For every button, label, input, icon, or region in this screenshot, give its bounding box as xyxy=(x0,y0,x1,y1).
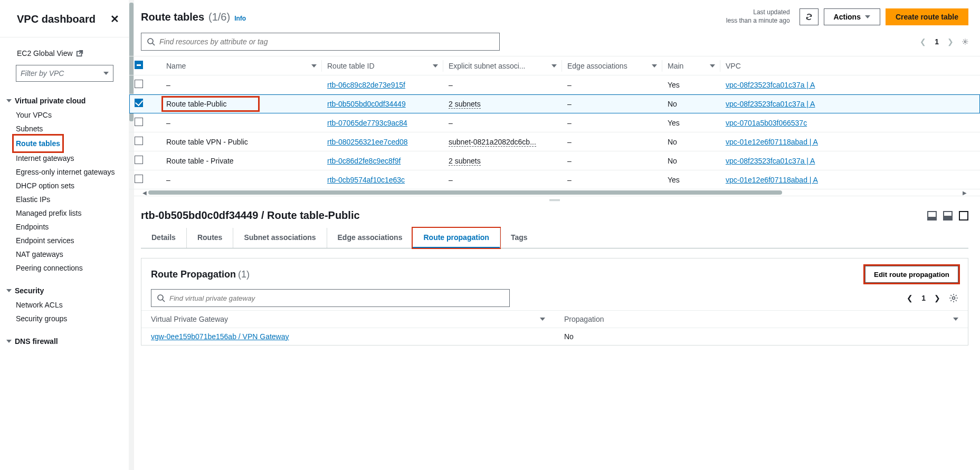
search-icon xyxy=(157,294,165,302)
subnet-assoc-cell[interactable]: subnet-0821a2082dc6cb... xyxy=(449,138,536,147)
sort-icon[interactable] xyxy=(551,64,557,68)
table-row[interactable]: –rtb-06c89c82de73e915f––Yesvpc-08f23523f… xyxy=(129,75,980,94)
tab-tags[interactable]: Tags xyxy=(500,228,538,248)
col-propagation[interactable]: Propagation xyxy=(564,315,604,323)
tab-route-propagation[interactable]: Route propagation xyxy=(413,228,499,248)
svg-point-4 xyxy=(953,297,955,300)
table-horizontal-scrollbar[interactable]: ◀ ▶ xyxy=(141,189,968,196)
sort-icon[interactable] xyxy=(311,64,317,68)
tab-edge-associations[interactable]: Edge associations xyxy=(327,228,413,248)
gear-icon[interactable] xyxy=(949,293,958,303)
col-edge-assoc[interactable]: Edge associations xyxy=(567,62,627,70)
row-checkbox[interactable] xyxy=(135,175,143,183)
sidebar-section-header[interactable]: Virtual private cloud xyxy=(6,93,122,108)
filter-by-vpc-select[interactable]: Filter by VPC xyxy=(16,65,113,82)
col-vpc[interactable]: VPC xyxy=(726,62,741,70)
create-route-table-button[interactable]: Create route table xyxy=(886,8,968,25)
sidebar-item-subnets[interactable]: Subnets xyxy=(16,122,122,136)
subnet-assoc-cell[interactable]: 2 subnets xyxy=(449,157,481,166)
select-all-checkbox[interactable] xyxy=(135,61,143,69)
pager-prev[interactable]: ❮ xyxy=(920,37,926,46)
sidebar-item-internet-gateways[interactable]: Internet gateways xyxy=(16,151,122,165)
pager-next[interactable]: ❯ xyxy=(947,37,954,46)
route-table-id-link[interactable]: rtb-07065de7793c9ac84 xyxy=(327,119,407,127)
row-checkbox[interactable] xyxy=(135,80,143,88)
table-row[interactable]: Route table VPN - Publicrtb-080256321ee7… xyxy=(129,132,980,151)
sidebar-item-route-tables[interactable]: Route tables xyxy=(16,137,60,150)
sidebar-item-endpoints[interactable]: Endpoints xyxy=(16,220,122,234)
vpc-link[interactable]: vpc-01e12e6f07118abad | A xyxy=(726,176,818,184)
sidebar-item-elastic-ips[interactable]: Elastic IPs xyxy=(16,193,122,206)
route-table-id-link[interactable]: rtb-06c89c82de73e915f xyxy=(327,81,405,89)
chevron-down-icon xyxy=(6,99,12,102)
sidebar-item-network-acls[interactable]: Network ACLs xyxy=(16,298,122,312)
main-cell: No xyxy=(662,94,720,113)
table-row[interactable]: –rtb-0cb9574af10c1e63c––Yesvpc-01e12e6f0… xyxy=(129,170,980,189)
search-box[interactable] xyxy=(141,33,500,51)
sidebar-section-header[interactable]: DNS firewall xyxy=(6,334,122,349)
refresh-button[interactable] xyxy=(800,8,819,25)
vpc-link[interactable]: vpc-08f23523fca01c37a | A xyxy=(726,157,815,165)
row-checkbox[interactable] xyxy=(135,137,143,145)
tab-subnet-associations[interactable]: Subnet associations xyxy=(233,228,326,248)
sort-icon[interactable] xyxy=(540,318,545,321)
close-icon[interactable]: ✕ xyxy=(110,13,119,25)
table-row[interactable]: Route table-Publicrtb-0b505bd0c0df344492… xyxy=(129,94,980,113)
scroll-left-arrow[interactable]: ◀ xyxy=(141,190,148,196)
subnet-assoc-cell[interactable]: 2 subnets xyxy=(449,100,481,109)
sidebar-item-egress-only-internet-gateways[interactable]: Egress-only internet gateways xyxy=(16,165,122,179)
row-checkbox[interactable] xyxy=(135,118,143,126)
sidebar-item-dhcp-option-sets[interactable]: DHCP option sets xyxy=(16,179,122,193)
details-panel-resize-handle[interactable] xyxy=(129,196,980,204)
col-name[interactable]: Name xyxy=(166,62,186,70)
vpc-link[interactable]: vpc-01e12e6f07118abad | A xyxy=(726,138,818,146)
sidebar-item-endpoint-services[interactable]: Endpoint services xyxy=(16,234,122,247)
tab-routes[interactable]: Routes xyxy=(186,228,233,248)
route-table-id-link[interactable]: rtb-080256321ee7ced08 xyxy=(327,138,408,146)
vpc-link[interactable]: vpc-08f23523fca01c37a | A xyxy=(726,81,815,89)
search-input[interactable] xyxy=(159,37,494,46)
vpc-link[interactable]: vpc-08f23523fca01c37a | A xyxy=(726,100,815,108)
sort-icon[interactable] xyxy=(710,64,715,68)
panel-pager-prev[interactable]: ❮ xyxy=(907,294,913,302)
scroll-thumb[interactable] xyxy=(148,190,782,195)
layout-full-icon[interactable] xyxy=(959,211,968,220)
info-link[interactable]: Info xyxy=(234,15,246,22)
ec2-global-view-link[interactable]: EC2 Global View xyxy=(16,47,122,65)
scroll-right-arrow[interactable]: ▶ xyxy=(961,190,968,196)
propagation-search-input[interactable] xyxy=(169,294,504,302)
edit-route-propagation-button[interactable]: Edit route propagation xyxy=(865,266,958,283)
row-checkbox[interactable] xyxy=(135,99,143,107)
col-route-table-id[interactable]: Route table ID xyxy=(327,62,375,70)
actions-button[interactable]: Actions xyxy=(824,8,880,25)
route-table-id-link[interactable]: rtb-0c86d2fe8c9ec8f9f xyxy=(327,157,401,165)
layout-small-icon[interactable] xyxy=(927,211,937,220)
tab-details[interactable]: Details xyxy=(141,228,186,248)
sidebar-item-your-vpcs[interactable]: Your VPCs xyxy=(16,108,122,122)
sidebar-item-peering-connections[interactable]: Peering connections xyxy=(16,261,122,275)
sidebar-item-security-groups[interactable]: Security groups xyxy=(16,312,122,325)
table-row[interactable]: Route table - Privatertb-0c86d2fe8c9ec8f… xyxy=(129,151,980,170)
sort-icon[interactable] xyxy=(652,64,657,68)
layout-half-icon[interactable] xyxy=(943,211,953,220)
col-main[interactable]: Main xyxy=(668,62,683,70)
sidebar-item-nat-gateways[interactable]: NAT gateways xyxy=(16,247,122,261)
col-subnet-assoc[interactable]: Explicit subnet associ... xyxy=(449,62,526,70)
panel-pager-next[interactable]: ❯ xyxy=(934,294,940,302)
sort-icon[interactable] xyxy=(433,64,438,68)
row-checkbox[interactable] xyxy=(135,156,143,164)
col-virtual-private-gateway[interactable]: Virtual Private Gateway xyxy=(151,315,228,323)
gear-icon[interactable] xyxy=(962,39,968,45)
table-row[interactable]: –rtb-07065de7793c9ac84––Yesvpc-0701a5b03… xyxy=(129,113,980,132)
sidebar-section-header[interactable]: Security xyxy=(6,283,122,298)
vgw-link[interactable]: vgw-0ee159b071be156ab / VPN Gateway xyxy=(151,332,289,341)
main-cell: No xyxy=(662,132,720,151)
sidebar-item-managed-prefix-lists[interactable]: Managed prefix lists xyxy=(16,206,122,220)
route-table-id-link[interactable]: rtb-0cb9574af10c1e63c xyxy=(327,176,405,184)
sort-icon[interactable] xyxy=(953,318,958,321)
vpc-link[interactable]: vpc-0701a5b03f066537c xyxy=(726,119,807,127)
chevron-down-icon xyxy=(103,72,109,75)
propagation-search-box[interactable] xyxy=(151,289,510,307)
route-table-id-link[interactable]: rtb-0b505bd0c0df34449 xyxy=(327,100,406,108)
actions-button-label: Actions xyxy=(834,13,861,21)
